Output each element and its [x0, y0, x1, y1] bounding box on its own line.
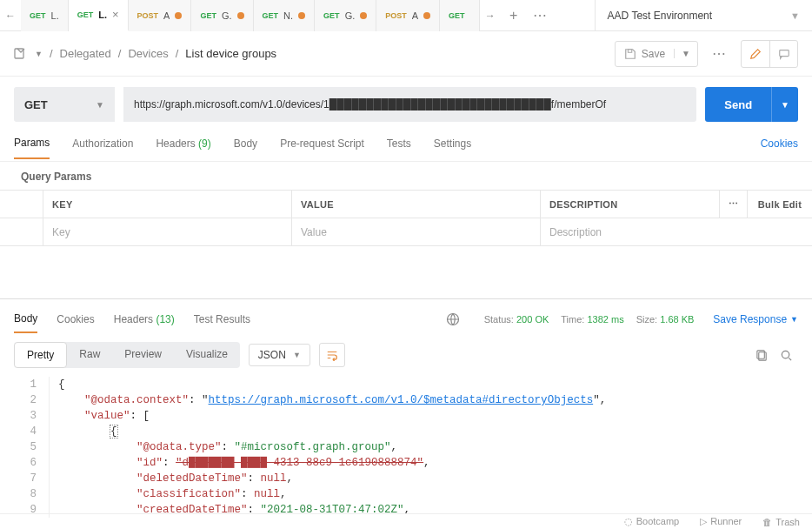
tab-name: G. [222, 10, 232, 21]
wrap-lines-button[interactable] [319, 343, 345, 367]
format-label: JSON [258, 349, 286, 361]
request-tab-2[interactable]: POST A [129, 0, 192, 31]
url-input[interactable] [123, 87, 696, 122]
chevron-down-icon: ▼ [790, 315, 798, 324]
breadcrumb-item[interactable]: Delegated [60, 47, 111, 60]
request-tab-6[interactable]: POST A [376, 0, 440, 31]
request-tab-0[interactable]: GET L. [21, 0, 69, 31]
tab-body[interactable]: Body [234, 129, 257, 158]
tab-method: GET [449, 11, 465, 20]
view-raw[interactable]: Raw [67, 342, 112, 368]
qp-key-input[interactable]: Key [43, 218, 292, 245]
tab-method: GET [263, 11, 279, 20]
tabs-more-button[interactable]: ⋯ [527, 7, 553, 23]
tab-headers-count: (9) [198, 137, 211, 150]
tab-pre-request-script[interactable]: Pre-request Script [280, 129, 364, 158]
save-icon [624, 48, 636, 60]
qp-value-input[interactable]: Value [292, 218, 541, 245]
search-icon[interactable] [774, 343, 798, 367]
breadcrumb-sep: / [118, 47, 122, 60]
close-icon[interactable]: × [112, 8, 119, 21]
body-toolbar: Pretty Raw Preview Visualize JSON ▼ [0, 337, 812, 377]
qp-desc-input[interactable]: Description [541, 218, 812, 245]
tab-settings[interactable]: Settings [434, 129, 471, 158]
method-select[interactable]: GET ▼ [14, 87, 115, 122]
request-tab-3[interactable]: GET G. [191, 0, 253, 31]
chevron-down-icon: ▼ [293, 351, 301, 359]
tab-nav-prev[interactable]: ← [0, 10, 21, 22]
breadcrumb-current: List device groups [185, 47, 276, 60]
qp-checkbox[interactable] [0, 218, 43, 245]
format-select[interactable]: JSON ▼ [249, 344, 310, 366]
unsaved-dot-icon [360, 12, 367, 19]
send-button-group: Send ▼ [705, 87, 798, 122]
footer-bootcamp[interactable]: ◌Bootcamp [624, 516, 680, 527]
environment-selector[interactable]: AAD Test Environment ▼ [595, 0, 812, 31]
tab-authorization[interactable]: Authorization [72, 129, 133, 158]
breadcrumb-sep: / [176, 47, 179, 60]
tab-name: N. [283, 10, 293, 21]
tab-method: GET [200, 11, 216, 20]
save-dropdown[interactable]: ▼ [674, 49, 697, 58]
save-response-label: Save Response [713, 313, 787, 325]
request-tab-7[interactable]: GET [440, 0, 480, 31]
time-value: 1382 ms [587, 314, 623, 325]
view-pretty[interactable]: Pretty [14, 342, 67, 368]
view-preview[interactable]: Preview [112, 342, 174, 368]
tab-tests[interactable]: Tests [387, 129, 411, 158]
tab-nav-next[interactable]: → [480, 10, 501, 22]
tabs-bar: ← GET L. GET L. × POST A GET G. GET N. G… [0, 0, 812, 31]
svg-point-6 [782, 351, 789, 358]
cookies-link[interactable]: Cookies [761, 137, 798, 150]
tab-headers[interactable]: Headers (9) [156, 129, 210, 158]
qp-actions-button[interactable]: ⋯ [720, 191, 748, 218]
qp-key-header: KEY [43, 191, 292, 218]
sub-header-actions: Save ▼ ⋯ [615, 40, 798, 68]
save-button-main[interactable]: Save [616, 48, 674, 60]
request-tab-1[interactable]: GET L. × [69, 0, 129, 31]
environment-name: AAD Test Environment [608, 10, 713, 22]
resp-tab-test-results[interactable]: Test Results [194, 306, 250, 332]
resp-tab-body[interactable]: Body [14, 305, 37, 333]
footer-bar: ◌Bootcamp ▷Runner 🗑Trash [0, 513, 812, 529]
size-value: 1.68 KB [660, 314, 694, 325]
chevron-down-icon[interactable]: ▼ [35, 50, 43, 58]
request-tab-5[interactable]: GET G. [315, 0, 376, 31]
collection-icon[interactable] [14, 47, 28, 61]
time-label: Time: [561, 314, 584, 325]
tab-name: L. [51, 10, 59, 21]
svg-rect-2 [779, 50, 789, 56]
tab-name: G. [345, 10, 356, 21]
resp-tab-headers[interactable]: Headers (13) [114, 306, 175, 332]
more-actions-button[interactable]: ⋯ [707, 45, 732, 62]
method-label: GET [24, 98, 48, 111]
response-body-code[interactable]: 1{ 2 "@odata.context": "https://graph.mi… [0, 377, 812, 518]
tab-params[interactable]: Params [14, 128, 50, 159]
footer-runner[interactable]: ▷Runner [700, 516, 742, 527]
qp-value-header: VALUE [292, 191, 541, 218]
response-meta: Status: 200 OK Time: 1382 ms Size: 1.68 … [484, 314, 695, 325]
comments-icon[interactable] [769, 41, 797, 67]
resp-tab-cookies[interactable]: Cookies [57, 306, 94, 332]
view-mode-buttons [741, 40, 798, 68]
view-visualize[interactable]: Visualize [174, 342, 240, 368]
bulk-edit-button[interactable]: Bulk Edit [748, 191, 812, 218]
tab-headers-label: Headers [156, 137, 195, 150]
footer-trash[interactable]: 🗑Trash [762, 517, 800, 527]
query-params-row[interactable]: Key Value Description [0, 218, 812, 246]
copy-icon[interactable] [749, 343, 774, 367]
network-icon[interactable] [441, 307, 465, 331]
breadcrumb-item[interactable]: Devices [128, 47, 168, 60]
send-button[interactable]: Send [705, 87, 771, 122]
save-response-button[interactable]: Save Response ▼ [713, 313, 798, 325]
send-dropdown[interactable]: ▼ [771, 87, 798, 122]
save-button[interactable]: Save ▼ [615, 41, 698, 67]
query-params-title: Query Params [0, 162, 812, 190]
new-tab-button[interactable]: + [501, 8, 527, 23]
unsaved-dot-icon [175, 12, 182, 19]
request-tab-4[interactable]: GET N. [254, 0, 316, 31]
edit-icon[interactable] [742, 41, 769, 67]
tab-method: GET [30, 11, 46, 20]
tab-method: POST [385, 11, 407, 20]
tab-name: A [412, 10, 418, 21]
